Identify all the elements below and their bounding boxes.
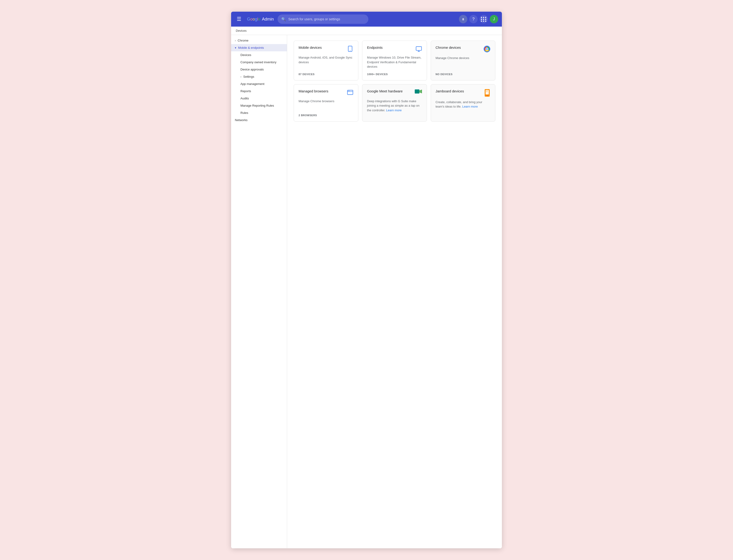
sidebar-item-audits[interactable]: Audits	[231, 95, 287, 102]
sidebar-item-company-owned[interactable]: Company owned inventory	[231, 59, 287, 66]
search-icon: 🔍	[281, 17, 286, 21]
search-input[interactable]	[288, 17, 364, 21]
card-header-meet: Google Meet hardware	[367, 89, 422, 97]
card-title-mobile: Mobile devices	[298, 45, 322, 49]
card-header-browsers: Managed browsers	[298, 89, 353, 97]
body-layout: › Chrome ▾ Mobile & endpoints Devices Co…	[231, 35, 502, 548]
google-text: Google	[247, 17, 260, 22]
help-icon[interactable]: ?	[469, 15, 478, 23]
sidebar-label-audits: Audits	[240, 97, 249, 100]
card-title-chrome: Chrome devices	[436, 45, 461, 49]
sidebar-item-networks[interactable]: Networks	[231, 116, 287, 124]
breadcrumb-text: Devices	[236, 29, 246, 32]
card-endpoints[interactable]: Endpoints Manage Windows 10, Drive File …	[362, 41, 427, 80]
card-google-meet[interactable]: Google Meet hardware Deep integrations w…	[362, 84, 427, 122]
svg-rect-21	[486, 91, 488, 91]
card-title-endpoints: Endpoints	[367, 45, 383, 49]
chrome-device-icon	[484, 45, 491, 53]
chevron-right-icon-settings: ›	[240, 75, 241, 78]
sidebar-item-device-approvals[interactable]: Device approvals	[231, 66, 287, 73]
app-window: ☰ Google Admin 🔍 8 ? J Dev	[231, 12, 502, 548]
svg-rect-22	[486, 91, 488, 92]
sidebar-item-devices[interactable]: Devices	[231, 51, 287, 59]
card-desc-endpoints: Manage Windows 10, Drive File Stream, En…	[367, 55, 422, 69]
sidebar-item-manage-reporting-rules[interactable]: Manage Reporting Rules	[231, 102, 287, 109]
card-header-jamboard: Jamboard devices	[436, 89, 491, 98]
sidebar-label-reports: Reports	[240, 89, 251, 93]
jamboard-learn-more-link[interactable]: Learn more	[462, 105, 478, 108]
sidebar-item-app-management[interactable]: App management	[231, 80, 287, 87]
card-jamboard[interactable]: Jamboard devices Create, collaborate,	[431, 84, 495, 122]
card-desc-browsers: Manage Chrome browsers	[298, 99, 353, 110]
meet-icon	[415, 89, 422, 97]
card-count-mobile: 87 DEVICES	[298, 73, 353, 76]
sidebar-label-networks: Networks	[235, 118, 247, 122]
card-mobile-devices[interactable]: Mobile devices Manage Android, iOS, and …	[294, 41, 358, 80]
card-header-endpoints: Endpoints	[367, 45, 422, 53]
card-desc-meet: Deep integrations with G Suite make join…	[367, 99, 422, 113]
card-header-chrome: Chrome devices	[436, 45, 491, 53]
sidebar-item-settings[interactable]: › Settings	[231, 73, 287, 80]
header: ☰ Google Admin 🔍 8 ? J	[231, 12, 502, 27]
card-header-mobile: Mobile devices	[298, 45, 353, 53]
sidebar-label-mobile-endpoints: Mobile & endpoints	[238, 46, 264, 49]
sidebar-label-device-approvals: Device approvals	[240, 68, 264, 71]
card-title-browsers: Managed browsers	[298, 89, 328, 93]
meet-learn-more-link[interactable]: Learn more	[386, 109, 402, 112]
card-title-jamboard: Jamboard devices	[436, 89, 464, 93]
apps-grid-icon[interactable]	[480, 15, 488, 23]
chevron-right-icon: ›	[235, 39, 236, 42]
jamboard-icon	[484, 89, 491, 98]
cards-grid: Mobile devices Manage Android, iOS, and …	[294, 41, 495, 122]
header-actions: 8 ? J	[459, 15, 498, 23]
sidebar-item-chrome[interactable]: › Chrome	[231, 37, 287, 44]
svg-rect-2	[416, 47, 422, 50]
sidebar-item-mobile-endpoints[interactable]: ▾ Mobile & endpoints	[231, 44, 287, 51]
svg-rect-0	[348, 46, 352, 51]
menu-icon[interactable]: ☰	[235, 14, 243, 24]
breadcrumb: Devices	[231, 27, 502, 35]
user-avatar[interactable]: J	[490, 15, 498, 23]
card-chrome-devices[interactable]: Chrome devices	[431, 41, 495, 80]
header-logo: Google Admin	[247, 17, 274, 22]
card-count-browsers: 2 BROWSERS	[298, 114, 353, 117]
chevron-down-icon: ▾	[235, 46, 236, 49]
sidebar-label-company-owned: Company owned inventory	[240, 60, 276, 64]
card-managed-browsers[interactable]: Managed browsers Manage Chrome browsers …	[294, 84, 358, 122]
sidebar-label-rules: Rules	[240, 111, 248, 115]
svg-point-20	[487, 95, 488, 96]
sidebar-label-app-management: App management	[240, 82, 264, 86]
card-count-chrome: NO DEVICES	[436, 73, 491, 76]
sidebar-label-manage-reporting-rules: Manage Reporting Rules	[240, 104, 274, 107]
sidebar-item-rules[interactable]: Rules	[231, 109, 287, 116]
support-badge[interactable]: 8	[459, 15, 467, 23]
main-content: Mobile devices Manage Android, iOS, and …	[287, 35, 502, 548]
mobile-device-icon	[347, 45, 353, 53]
svg-rect-15	[415, 90, 419, 93]
svg-point-9	[486, 48, 488, 50]
svg-point-13	[349, 91, 349, 91]
sidebar: › Chrome ▾ Mobile & endpoints Devices Co…	[231, 35, 287, 548]
endpoints-icon	[416, 45, 422, 53]
sidebar-label-chrome: Chrome	[238, 39, 248, 42]
sidebar-item-reports[interactable]: Reports	[231, 87, 287, 95]
admin-text: Admin	[262, 17, 274, 22]
card-desc-mobile: Manage Android, iOS, and Google Sync dev…	[298, 55, 353, 69]
card-title-meet: Google Meet hardware	[367, 89, 403, 93]
svg-point-12	[348, 91, 348, 91]
sidebar-label-settings: Settings	[243, 75, 254, 78]
card-desc-chrome: Manage Chrome devices	[436, 56, 491, 69]
grid-dots	[481, 17, 487, 22]
card-count-endpoints: 1000+ DEVICES	[367, 73, 422, 76]
browser-icon	[347, 89, 353, 97]
card-desc-jamboard: Create, collaborate, and bring your team…	[436, 100, 491, 113]
search-bar[interactable]: 🔍	[277, 14, 368, 24]
sidebar-label-devices: Devices	[240, 53, 251, 57]
svg-point-1	[350, 50, 350, 51]
